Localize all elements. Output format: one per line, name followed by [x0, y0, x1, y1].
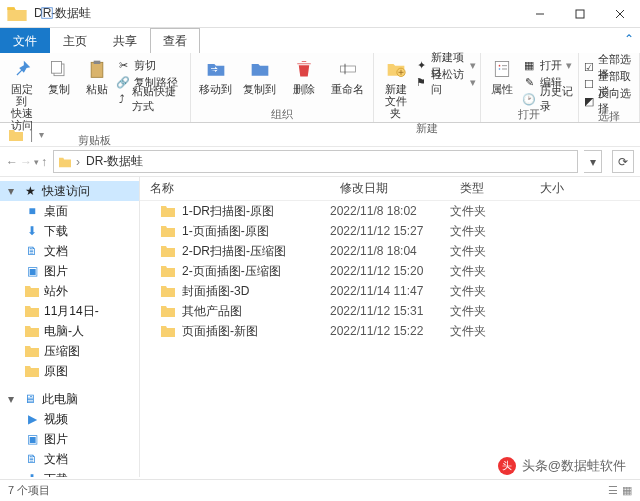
watermark-icon: 头 — [498, 457, 516, 475]
addr-folder-icon — [58, 156, 72, 168]
table-row[interactable]: 其他产品图2022/11/12 15:31文件夹 — [140, 301, 640, 321]
folder-icon — [160, 284, 176, 298]
sidebar-item-quick-access[interactable]: ▾★快速访问 — [0, 181, 139, 201]
file-name: 其他产品图 — [182, 303, 242, 320]
table-row[interactable]: 2-页面插图-压缩图2022/11/12 15:20文件夹 — [140, 261, 640, 281]
properties-button[interactable]: 属性 — [485, 55, 521, 97]
address-bar[interactable]: › DR-数据蛙 — [53, 150, 578, 173]
window-title: DR-数据蛙 — [34, 5, 520, 22]
address-dropdown-button[interactable]: ▾ — [584, 150, 602, 173]
tab-share[interactable]: 共享 — [100, 28, 150, 53]
rename-button[interactable]: 重命名 — [327, 55, 369, 97]
file-name: 1-DR扫描图-原图 — [182, 203, 274, 220]
svg-point-14 — [499, 68, 501, 70]
sidebar-item-pictures[interactable]: ▣图片 — [0, 261, 139, 281]
document-icon: 🗎 — [24, 243, 40, 259]
minimize-button[interactable] — [520, 0, 560, 28]
sidebar-item-downloads[interactable]: ⬇下载 — [0, 221, 139, 241]
column-date[interactable]: 修改日期 — [330, 180, 450, 197]
folder-icon — [160, 204, 176, 218]
svg-rect-0 — [42, 8, 53, 19]
paste-shortcut-button[interactable]: ⤴粘贴快捷方式 — [116, 91, 186, 107]
new-folder-button[interactable]: 新建 文件夹 — [378, 55, 414, 121]
open-group-label: 打开 — [518, 107, 540, 122]
refresh-button[interactable]: ⟳ — [612, 150, 634, 173]
folder-icon — [160, 304, 176, 318]
sidebar-item-compressed[interactable]: 压缩图 — [0, 341, 139, 361]
file-date: 2022/11/12 15:27 — [330, 224, 450, 238]
ribbon: 固定到 快速访问 复制 粘贴 ✂剪切 🔗复制路径 ⤴粘贴快捷方式 剪贴板 移动到… — [0, 53, 640, 123]
cut-button[interactable]: ✂剪切 — [116, 57, 186, 73]
invert-selection-button[interactable]: ◩反向选择 — [583, 93, 635, 109]
details-view-icon[interactable]: ☰ — [608, 484, 618, 497]
folder-icon — [160, 244, 176, 258]
nav-forward-button[interactable]: → — [20, 155, 32, 169]
nav-recent-dropdown[interactable]: ▾ — [34, 157, 39, 167]
table-row[interactable]: 封面插图-3D2022/11/14 11:47文件夹 — [140, 281, 640, 301]
breadcrumb-item[interactable]: DR-数据蛙 — [84, 153, 145, 170]
column-name[interactable]: 名称 — [140, 180, 330, 197]
delete-button[interactable]: 删除 — [283, 55, 325, 97]
file-name: 页面插图-新图 — [182, 323, 258, 340]
tab-home[interactable]: 主页 — [50, 28, 100, 53]
copy-to-button[interactable]: 复制到 — [239, 55, 281, 97]
maximize-button[interactable] — [560, 0, 600, 28]
nav-up-button[interactable]: ↑ — [41, 155, 47, 169]
table-row[interactable]: 1-页面插图-原图2022/11/12 15:27文件夹 — [140, 221, 640, 241]
sidebar-item-dated[interactable]: 11月14日- — [0, 301, 139, 321]
sidebar-item-siteext[interactable]: 站外 — [0, 281, 139, 301]
table-row[interactable]: 2-DR扫描图-压缩图2022/11/8 18:04文件夹 — [140, 241, 640, 261]
folder-icon — [160, 264, 176, 278]
pin-to-quick-access-button[interactable]: 固定到 快速访问 — [4, 55, 39, 133]
document-icon: 🗎 — [24, 451, 40, 467]
view-mode-icons[interactable]: ☰ ▦ — [608, 484, 632, 497]
sidebar-item-this-pc[interactable]: ▾🖥此电脑 — [0, 389, 139, 409]
sidebar-item-computer-person[interactable]: 电脑-人 — [0, 321, 139, 341]
sidebar-item-documents2[interactable]: 🗎文档 — [0, 449, 139, 469]
chevron-right-icon[interactable]: › — [76, 155, 80, 169]
ribbon-collapse-icon[interactable]: ⌃ — [624, 32, 634, 46]
desktop-icon: ■ — [24, 203, 40, 219]
newitem-icon: ✦ — [416, 58, 427, 72]
sidebar-item-pictures2[interactable]: ▣图片 — [0, 429, 139, 449]
new-group-label: 新建 — [416, 121, 438, 136]
sidebar-item-videos[interactable]: ▶视频 — [0, 409, 139, 429]
paste-button[interactable]: 粘贴 — [79, 55, 114, 97]
picture-icon: ▣ — [24, 431, 40, 447]
status-bar: 7 个项目 ☰ ▦ — [0, 479, 640, 501]
sidebar-item-desktop[interactable]: ■桌面 — [0, 201, 139, 221]
address-bar-row: ← → ▾ ↑ › DR-数据蛙 ▾ ⟳ — [0, 147, 640, 177]
sidebar-item-downloads2[interactable]: ⬇下载 — [0, 469, 139, 477]
table-row[interactable]: 1-DR扫描图-原图2022/11/8 18:02文件夹 — [140, 201, 640, 221]
close-button[interactable] — [600, 0, 640, 28]
invert-icon: ◩ — [583, 94, 595, 108]
file-type: 文件夹 — [450, 283, 530, 300]
qat-save-icon[interactable] — [40, 6, 54, 20]
table-row[interactable]: 页面插图-新图2022/11/12 15:22文件夹 — [140, 321, 640, 341]
paste-icon — [85, 57, 109, 81]
open-button[interactable]: ▦打开 ▾ — [522, 57, 574, 73]
thumbnails-view-icon[interactable]: ▦ — [622, 484, 632, 497]
svg-rect-2 — [576, 10, 584, 18]
folder-icon — [160, 224, 176, 238]
column-type[interactable]: 类型 — [450, 180, 530, 197]
easy-access-button[interactable]: ⚑轻松访问 ▾ — [416, 74, 476, 90]
edit-icon: ✎ — [522, 75, 536, 89]
path-icon: 🔗 — [116, 75, 130, 89]
organize-group-label: 组织 — [271, 107, 293, 122]
tab-view[interactable]: 查看 — [150, 28, 200, 53]
move-to-button[interactable]: 移动到 — [195, 55, 237, 97]
sidebar-item-original[interactable]: 原图 — [0, 361, 139, 381]
sidebar-item-documents[interactable]: 🗎文档 — [0, 241, 139, 261]
history-button[interactable]: 🕑历史记录 — [522, 91, 574, 107]
tab-file[interactable]: 文件 — [0, 28, 50, 53]
download-icon: ⬇ — [24, 223, 40, 239]
file-pane: 名称 修改日期 类型 大小 1-DR扫描图-原图2022/11/8 18:02文… — [140, 177, 640, 477]
column-size[interactable]: 大小 — [530, 180, 640, 197]
svg-rect-6 — [52, 62, 62, 74]
file-name: 封面插图-3D — [182, 283, 249, 300]
file-date: 2022/11/8 18:02 — [330, 204, 450, 218]
selectnone-icon: ☐ — [583, 77, 595, 91]
copy-button[interactable]: 复制 — [41, 55, 76, 97]
nav-back-button[interactable]: ← — [6, 155, 18, 169]
